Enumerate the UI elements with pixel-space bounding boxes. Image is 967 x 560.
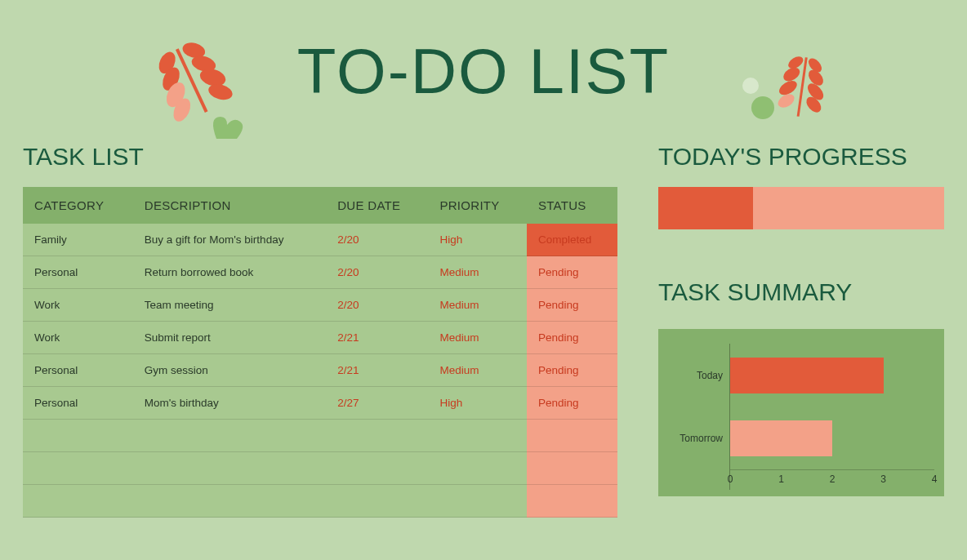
chart-category-label: Today [668,370,729,381]
svg-point-9 [751,96,774,119]
cell-priority[interactable]: High [428,387,527,420]
cell-description[interactable]: Submit report [133,322,326,354]
table-row[interactable]: WorkSubmit report2/21MediumPending [23,322,617,354]
table-row-empty[interactable] [23,452,617,485]
cell-description[interactable]: Team meeting [133,289,326,322]
page-title: TO-DO LIST [297,34,670,109]
chart-category-label: Tomorrow [668,433,729,444]
cell-description[interactable]: Mom's birthday [133,387,326,420]
cell-description[interactable]: Gym session [133,354,326,387]
cell-priority[interactable]: Medium [428,289,527,322]
col-priority[interactable]: PRIORITY [428,187,527,224]
col-description[interactable]: DESCRIPTION [133,187,326,224]
cell-status[interactable]: Pending [527,322,617,354]
table-header-row: CATEGORY DESCRIPTION DUE DATE PRIORITY S… [23,187,617,224]
cell-due-date[interactable]: 2/21 [326,322,428,354]
cell-description[interactable]: Return borrowed book [133,256,326,289]
col-category[interactable]: CATEGORY [23,187,133,224]
table-row[interactable]: PersonalGym session2/21MediumPending [23,354,617,387]
chart-tick: 4 [932,473,938,485]
cell-priority[interactable]: Medium [428,256,527,289]
cell-status[interactable]: Pending [527,387,617,420]
cell-category[interactable]: Personal [23,256,133,289]
cell-description[interactable]: Buy a gift for Mom's birthday [133,224,326,256]
table-row[interactable]: FamilyBuy a gift for Mom's birthday2/20H… [23,224,617,256]
chart-bar [730,420,832,456]
cell-status[interactable]: Pending [527,256,617,289]
table-row-empty[interactable] [23,420,617,452]
table-row-empty[interactable] [23,485,617,518]
cell-category[interactable]: Work [23,289,133,322]
cell-category[interactable]: Family [23,224,133,256]
chart-tick: 2 [830,473,836,485]
cell-status[interactable]: Pending [527,289,617,322]
table-row[interactable]: PersonalMom's birthday2/27HighPending [23,387,617,420]
cell-category[interactable]: Personal [23,387,133,420]
cell-due-date[interactable]: 2/20 [326,256,428,289]
cell-due-date[interactable]: 2/21 [326,354,428,387]
cell-priority[interactable]: Medium [428,354,527,387]
chart-tick: 3 [880,473,886,485]
chart-tick: 1 [778,473,784,485]
cell-due-date[interactable]: 2/20 [326,224,428,256]
chart-tick: 0 [728,473,733,485]
task-table: CATEGORY DESCRIPTION DUE DATE PRIORITY S… [23,187,617,518]
cell-due-date[interactable]: 2/27 [326,387,428,420]
progress-heading: TODAY'S PROGRESS [658,143,944,171]
cell-priority[interactable]: High [428,224,527,256]
leaf-decoration-left [139,29,261,154]
cell-status[interactable]: Pending [527,354,617,387]
summary-heading: TASK SUMMARY [658,278,944,306]
progress-fill [658,187,753,229]
cell-status[interactable]: Completed [527,224,617,256]
table-row[interactable]: PersonalReturn borrowed book2/20MediumPe… [23,256,617,289]
col-due-date[interactable]: DUE DATE [326,187,428,224]
cell-category[interactable]: Personal [23,354,133,387]
cell-due-date[interactable]: 2/20 [326,289,428,322]
col-status[interactable]: STATUS [527,187,617,224]
svg-point-8 [742,78,759,94]
task-list-heading: TASK LIST [23,143,617,171]
header: TO-DO LIST [0,0,967,143]
task-summary-chart: TodayTomorrow 01234 [658,329,944,496]
leaf-decoration-right [738,49,836,142]
cell-category[interactable]: Work [23,322,133,354]
chart-bar [730,358,884,393]
cell-priority[interactable]: Medium [428,322,527,354]
table-row[interactable]: WorkTeam meeting2/20MediumPending [23,289,617,322]
progress-bar [658,187,944,229]
